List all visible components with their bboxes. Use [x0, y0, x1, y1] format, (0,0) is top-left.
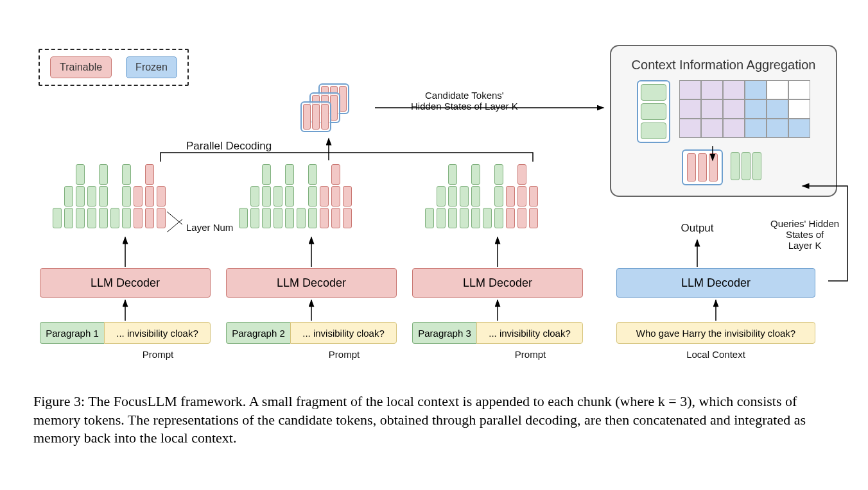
token-stacks-2	[239, 164, 352, 228]
prompt-label-1: Prompt	[143, 349, 173, 360]
prompt-1-text: ... invisibility cloak?	[104, 322, 211, 344]
legend-frozen: Frozen	[126, 56, 177, 78]
token-stacks-3	[425, 164, 538, 228]
figure-caption: Figure 3: The FocusLLM framework. A smal…	[33, 393, 837, 448]
local-context-input: Who gave Harry the invisibility cloak?	[616, 322, 815, 344]
memory-tokens-group	[682, 149, 723, 185]
query-tokens-group	[727, 149, 765, 185]
aggregation-title: Context Information Aggregation	[623, 58, 824, 72]
aggregation-attention-grid	[679, 80, 810, 138]
query-cell	[641, 103, 666, 120]
svg-line-8	[167, 219, 182, 232]
aggregation-layout	[623, 80, 824, 143]
output-label: Output	[681, 222, 713, 235]
diagram-canvas: Trainable Frozen Context Information Agg…	[0, 0, 868, 490]
parallel-decoding-label: Parallel Decoding	[186, 140, 272, 153]
prompt-label-2: Prompt	[329, 349, 360, 360]
aggregation-query-column	[637, 80, 670, 143]
candidate-tokens-label: Candidate Tokens' Hidden States of Layer…	[411, 90, 518, 112]
input-row-2: Paragraph 2 ... invisibility cloak?	[226, 322, 397, 344]
aggregation-panel: Context Information Aggregation	[610, 45, 837, 197]
paragraph-1-label: Paragraph 1	[40, 322, 104, 344]
prompt-3-text: ... invisibility cloak?	[476, 322, 583, 344]
layer-num-label: Layer Num	[186, 222, 233, 233]
query-cell	[641, 84, 666, 101]
aggregation-bottom-row	[623, 149, 824, 185]
llm-decoder-local: LLM Decoder	[616, 268, 815, 298]
prompt-label-3: Prompt	[515, 349, 546, 360]
llm-decoder-1: LLM Decoder	[40, 268, 211, 298]
query-cell	[641, 122, 666, 139]
candidate-cluster	[295, 83, 379, 138]
paragraph-3-label: Paragraph 3	[412, 322, 476, 344]
prompt-2-text: ... invisibility cloak?	[290, 322, 397, 344]
llm-decoder-3: LLM Decoder	[412, 268, 583, 298]
legend-box: Trainable Frozen	[39, 49, 189, 86]
token-stacks-1	[53, 164, 166, 228]
legend-trainable: Trainable	[50, 56, 112, 78]
input-row-1: Paragraph 1 ... invisibility cloak?	[40, 322, 211, 344]
paragraph-2-label: Paragraph 2	[226, 322, 290, 344]
queries-hidden-label: Queries' Hidden States of Layer K	[770, 218, 839, 251]
input-row-3: Paragraph 3 ... invisibility cloak?	[412, 322, 583, 344]
svg-line-9	[167, 212, 182, 224]
local-context-label: Local Context	[686, 349, 745, 360]
llm-decoder-2: LLM Decoder	[226, 268, 397, 298]
